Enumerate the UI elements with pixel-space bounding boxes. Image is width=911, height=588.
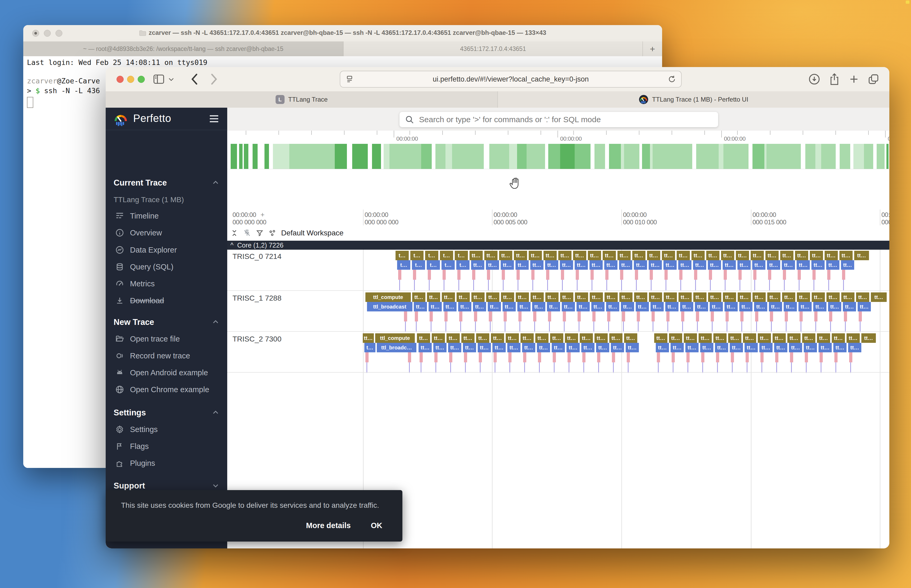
trace-slice[interactable]: tt… bbox=[432, 333, 445, 343]
trace-slice[interactable]: tt… bbox=[566, 343, 580, 352]
trace-slice[interactable]: tt… bbox=[743, 333, 756, 343]
trace-slice[interactable]: tt… bbox=[840, 251, 853, 260]
tab-overview-icon[interactable] bbox=[868, 73, 879, 85]
trace-slice[interactable]: tt… bbox=[871, 292, 887, 302]
perfetto-sidebar[interactable]: Perfetto Current TraceTTLang Trace (1 MB… bbox=[106, 108, 227, 548]
sidebar-item-query-sql-[interactable]: Query (SQL) bbox=[115, 262, 173, 271]
sidebar-section-header[interactable]: New Trace bbox=[113, 318, 154, 327]
trace-slice[interactable]: tt… bbox=[632, 251, 645, 260]
trace-slice[interactable]: t… bbox=[456, 260, 470, 270]
trace-slice[interactable]: tt… bbox=[446, 333, 460, 343]
trace-slice[interactable]: tt… bbox=[671, 343, 684, 352]
more-details-button[interactable]: More details bbox=[306, 521, 351, 530]
trace-slice[interactable]: tt… bbox=[710, 302, 723, 312]
trace-slice[interactable]: tt… bbox=[457, 292, 470, 302]
trace-slice[interactable]: tt… bbox=[774, 343, 787, 352]
trace-slice[interactable]: tt… bbox=[797, 260, 810, 270]
trace-slice[interactable]: tt… bbox=[663, 260, 677, 270]
browser-tab-perfetto[interactable]: TTLang Trace (1 MB) - Perfetto UI bbox=[498, 91, 889, 108]
trace-slice[interactable]: tt… bbox=[846, 333, 860, 343]
browser-window[interactable]: ui.perfetto.dev/#!/viewer?local_cache_ke… bbox=[106, 67, 889, 548]
trace-slice[interactable]: tt… bbox=[648, 260, 662, 270]
trace-slice[interactable]: tt… bbox=[759, 343, 773, 352]
trace-slice[interactable]: tt… bbox=[606, 302, 619, 312]
trace-slice[interactable]: tt… bbox=[669, 333, 682, 343]
trace-slice[interactable]: tt… bbox=[810, 251, 823, 260]
sidebar-item-overview[interactable]: Overview bbox=[115, 228, 162, 237]
trace-slice[interactable]: tt… bbox=[664, 292, 677, 302]
trace-slice[interactable]: tt… bbox=[700, 343, 713, 352]
trace-slice[interactable]: tt… bbox=[427, 292, 440, 302]
trace-slice[interactable]: t… bbox=[396, 251, 409, 260]
trace-slice[interactable]: tt… bbox=[501, 260, 514, 270]
trace-slice[interactable]: tt… bbox=[573, 251, 586, 260]
trace-slice[interactable]: tt… bbox=[780, 251, 793, 260]
trace-slice[interactable]: tt… bbox=[486, 260, 499, 270]
sidebar-item-data-explorer[interactable]: Data Explorer bbox=[115, 246, 177, 254]
trace-slice[interactable]: tt… bbox=[443, 302, 457, 312]
trace-slice[interactable]: tt… bbox=[363, 333, 374, 343]
trace-slice[interactable]: tt… bbox=[595, 333, 608, 343]
trace-slice[interactable]: tt… bbox=[817, 333, 830, 343]
trace-slice[interactable]: tt… bbox=[713, 333, 726, 343]
trace-slice[interactable]: tt… bbox=[789, 343, 802, 352]
trace-slice[interactable]: tt… bbox=[649, 292, 662, 302]
trace-slice[interactable]: tt… bbox=[715, 343, 728, 352]
trace-slice[interactable]: tt… bbox=[767, 292, 780, 302]
trace-slice[interactable]: tt… bbox=[754, 302, 767, 312]
trace-slice[interactable]: tt… bbox=[611, 343, 624, 352]
trace-slice[interactable]: ttl_compute bbox=[375, 333, 415, 343]
trace-slice[interactable]: tt… bbox=[773, 333, 786, 343]
trace-slice[interactable]: tt… bbox=[577, 302, 590, 312]
trace-slice[interactable]: tt… bbox=[812, 292, 825, 302]
trace-slice[interactable]: tt… bbox=[501, 292, 514, 302]
close-button[interactable] bbox=[117, 76, 124, 83]
trace-slice[interactable]: tt… bbox=[782, 260, 795, 270]
trace-slice[interactable]: tt… bbox=[530, 292, 544, 302]
trace-slice[interactable]: tt… bbox=[826, 260, 840, 270]
trace-slice[interactable]: tt… bbox=[471, 292, 485, 302]
trace-slice[interactable]: tt… bbox=[461, 333, 475, 343]
trace-slice[interactable]: tt… bbox=[565, 333, 578, 343]
trace-slice[interactable]: tt… bbox=[656, 343, 669, 352]
trace-slice[interactable]: tt… bbox=[723, 292, 736, 302]
trace-slice[interactable]: tt… bbox=[752, 292, 766, 302]
trace-slice[interactable]: tt… bbox=[522, 343, 535, 352]
trace-slice[interactable]: tt… bbox=[751, 251, 764, 260]
browser-tabbar[interactable]: L TTLang Trace TTLang Trace (1 MB) - Per… bbox=[106, 91, 889, 108]
trace-slice[interactable]: tt… bbox=[728, 333, 741, 343]
trace-slice[interactable]: tt… bbox=[832, 333, 845, 343]
trace-slice[interactable]: tt… bbox=[575, 292, 588, 302]
trace-slice[interactable]: tt… bbox=[841, 260, 854, 270]
trace-slice[interactable]: tt… bbox=[499, 251, 512, 260]
trace-slice[interactable]: tt… bbox=[590, 292, 603, 302]
trace-slice[interactable]: tt… bbox=[828, 302, 841, 312]
trace-slice[interactable]: tt… bbox=[802, 333, 815, 343]
trace-slice[interactable]: tt… bbox=[516, 292, 529, 302]
trace-slice[interactable]: tt… bbox=[552, 343, 565, 352]
trace-slice[interactable]: tt… bbox=[488, 302, 501, 312]
trace-slice[interactable]: tt… bbox=[693, 260, 706, 270]
chevron-up-icon[interactable] bbox=[211, 318, 220, 325]
trace-slice[interactable]: tt… bbox=[470, 251, 483, 260]
sidebar-item-flags[interactable]: Flags bbox=[115, 442, 149, 451]
trace-slice[interactable]: tt… bbox=[738, 292, 751, 302]
url-text[interactable]: ui.perfetto.dev/#!/viewer?local_cache_ke… bbox=[354, 75, 668, 83]
trace-slice[interactable]: tt… bbox=[706, 251, 720, 260]
trace-slice[interactable]: tt… bbox=[581, 343, 595, 352]
trace-slice[interactable]: tt… bbox=[575, 260, 588, 270]
share-icon[interactable] bbox=[828, 73, 840, 86]
trace-slice[interactable]: tt… bbox=[634, 260, 647, 270]
trace-slice[interactable]: tt… bbox=[797, 292, 810, 302]
trace-slice[interactable]: tt… bbox=[532, 302, 545, 312]
trace-slice[interactable]: tt… bbox=[843, 302, 856, 312]
sidebar-item-record-new-trace[interactable]: Record new trace bbox=[115, 351, 190, 360]
trace-slice[interactable]: tt… bbox=[738, 260, 751, 270]
trace-slice[interactable]: tt… bbox=[695, 302, 708, 312]
reader-icon[interactable] bbox=[345, 75, 354, 84]
trace-slice[interactable]: t… bbox=[410, 251, 423, 260]
forward-button[interactable] bbox=[210, 73, 218, 85]
trace-slice[interactable]: ttl_compute bbox=[365, 292, 411, 302]
trace-slice[interactable]: tt… bbox=[752, 260, 765, 270]
trace-slice[interactable]: tt… bbox=[693, 292, 707, 302]
